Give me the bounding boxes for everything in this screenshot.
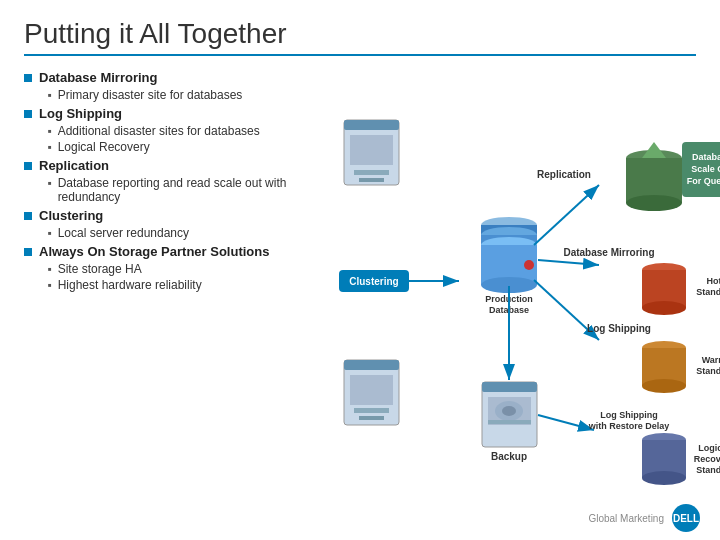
svg-text:Warm: Warm [702, 355, 720, 365]
svg-point-48 [642, 379, 686, 393]
svg-text:Hot: Hot [707, 276, 721, 286]
bullet-log-shipping: Log Shipping [24, 106, 334, 121]
svg-text:Clustering: Clustering [349, 276, 398, 287]
svg-line-27 [534, 185, 599, 245]
bullet-icon [24, 248, 32, 256]
left-panel: Database Mirroring Primary disaster site… [24, 70, 334, 490]
svg-rect-10 [354, 408, 389, 413]
slide: Putting it All Together Database Mirrori… [0, 0, 720, 540]
diagram-svg: Clustering Production [334, 70, 720, 500]
svg-text:Database: Database [692, 152, 720, 162]
svg-point-24 [524, 260, 534, 270]
footer: Global Marketing DELL [588, 504, 700, 532]
svg-point-41 [642, 301, 686, 315]
bullet-sub-primary: Primary disaster site for databases [48, 88, 334, 102]
svg-rect-9 [350, 375, 393, 405]
bullet-db-mirroring: Database Mirroring [24, 70, 334, 85]
svg-point-31 [626, 195, 682, 211]
bullet-sub-db-reporting: Database reporting and read scale out wi… [48, 176, 334, 204]
svg-text:Logical: Logical [698, 443, 720, 453]
svg-rect-5 [354, 170, 389, 175]
svg-text:Standby: Standby [696, 366, 720, 376]
content-area: Database Mirroring Primary disaster site… [24, 70, 696, 490]
svg-text:Backup: Backup [491, 451, 527, 462]
svg-rect-53 [482, 382, 537, 392]
svg-text:Scale Out: Scale Out [691, 164, 720, 174]
svg-text:with Restore Delay: with Restore Delay [588, 421, 670, 431]
svg-rect-8 [344, 360, 399, 370]
bullet-icon [24, 74, 32, 82]
footer-text: Global Marketing [588, 513, 664, 524]
svg-text:Replication: Replication [537, 169, 591, 180]
bullet-sub-hardware: Highest hardware reliability [48, 278, 334, 292]
svg-rect-3 [344, 120, 399, 130]
svg-line-59 [538, 415, 594, 430]
bullet-sub-local: Local server redundancy [48, 226, 334, 240]
bullet-clustering: Clustering [24, 208, 334, 223]
page-title: Putting it All Together [24, 18, 696, 56]
dell-logo: DELL [672, 504, 700, 532]
diagram-area: Clustering Production [334, 70, 720, 490]
svg-point-56 [502, 406, 516, 416]
svg-marker-32 [642, 142, 666, 158]
bullet-sub-additional: Additional disaster sites for databases [48, 124, 334, 138]
svg-rect-6 [359, 178, 384, 182]
svg-text:Database Mirroring: Database Mirroring [563, 247, 654, 258]
bullet-icon [24, 110, 32, 118]
svg-text:Recovery: Recovery [694, 454, 720, 464]
svg-rect-11 [359, 416, 384, 420]
svg-rect-4 [350, 135, 393, 165]
bullet-icon [24, 212, 32, 220]
svg-rect-57 [488, 420, 531, 424]
bullet-sub-logical: Logical Recovery [48, 140, 334, 154]
svg-text:Log Shipping: Log Shipping [587, 323, 651, 334]
svg-text:Log Shipping: Log Shipping [600, 410, 658, 420]
svg-text:For Queries: For Queries [687, 176, 720, 186]
bullet-sub-site-ha: Site storage HA [48, 262, 334, 276]
bullet-always-on: Always On Storage Partner Solutions [24, 244, 334, 259]
svg-point-64 [642, 471, 686, 485]
svg-text:Standby: Standby [696, 287, 720, 297]
svg-text:Standby: Standby [696, 465, 720, 475]
svg-line-37 [538, 260, 599, 265]
bullet-icon [24, 162, 32, 170]
bullet-replication: Replication [24, 158, 334, 173]
